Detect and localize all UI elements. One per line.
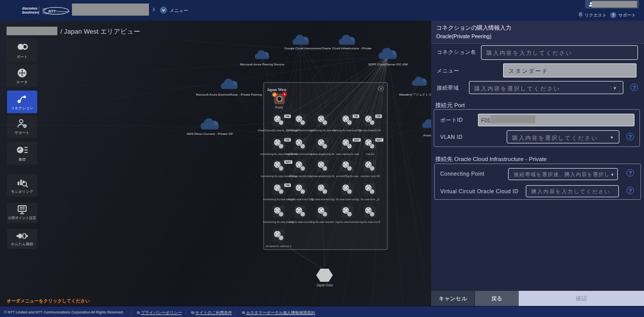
svg-text:-fic-osa-uno-_|1: -fic-osa-uno-_|1 xyxy=(360,198,379,201)
svg-text:SDPF Cloud/Server FIC-GW: SDPF Cloud/Server FIC-GW xyxy=(368,62,408,66)
svg-text:-osa-niaring-fic-osa: -osa-niaring-fic-osa xyxy=(335,152,359,155)
svg-text:Japan West: Japan West xyxy=(267,87,287,92)
svg-text:monitoring-fic-osa-mo: monitoring-fic-osa-mo xyxy=(309,129,336,132)
svg-text:NAT: NAT xyxy=(286,161,291,164)
svg-text:3c-osa-cfwa03-04: 3c-osa-cfwa03-04 xyxy=(359,129,381,132)
svg-text:FW: FW xyxy=(285,115,289,118)
svg-text:NTT: NTT xyxy=(48,9,56,14)
svg-text:Japan East: Japan East xyxy=(316,283,333,287)
svg-text:-fic-osa-monitoring-f: -fic-osa-monitoring-f xyxy=(288,175,313,178)
svg-text:FW: FW xyxy=(376,115,380,118)
svg-text:ing-fic-osa-moninto: ing-fic-osa-moninto xyxy=(336,220,359,223)
svg-text:Arcsto: Arcsto xyxy=(423,133,431,137)
svg-text:Microsoft Azure Peering Servic: Microsoft Azure Peering Service xyxy=(240,62,285,66)
svg-text:Wasabiオブジェクトスト: Wasabiオブジェクトスト xyxy=(399,93,431,97)
svg-text:-fic-osa-mon-unc0g: -fic-osa-mon-unc0g xyxy=(335,198,359,201)
svg-text:AWS Direct Connect - Private V: AWS Direct Connect - Private VIF xyxy=(187,132,233,135)
svg-text:Microsoft Azure ExpressRoute -: Microsoft Azure ExpressRoute - Private P… xyxy=(196,93,262,96)
svg-text:ring-fic-osa-mon-10g: ring-fic-osa-mon-10g xyxy=(288,198,313,201)
svg-text:NAT: NAT xyxy=(377,138,382,141)
svg-text:NAT: NAT xyxy=(354,138,360,141)
svg-text:ing-fic-osa-uno-5: ing-fic-osa-uno-5 xyxy=(359,220,380,223)
svg-text:ic-osa-angitoring-fic: ic-osa-angitoring-fic xyxy=(310,152,335,155)
svg-text:-fic-osa-monitor10g: -fic-osa-monitor10g xyxy=(310,198,334,201)
svg-text:ing-fic-osa-monitor: ing-fic-osa-monitor xyxy=(311,220,334,223)
svg-text:FW: FW xyxy=(285,138,289,141)
svg-text:ic-osa-angitoring-fic: ic-osa-angitoring-fic xyxy=(310,175,335,178)
svg-text:-nat-02: -nat-02 xyxy=(365,152,374,155)
svg-text:FW: FW xyxy=(354,115,358,118)
svg-text:nitoring-fic-osacfwa03-p: nitoring-fic-osacfwa03-p xyxy=(333,129,362,132)
svg-text:Oracle Cloud Infrastructure -: Oracle Cloud Infrastructure - Private xyxy=(321,46,372,50)
svg-text:ort-area-fic-osa-ecl-1: ort-area-fic-osa-ecl-1 xyxy=(266,245,291,248)
svg-text:Google Cloud Interconnect: Google Cloud Interconnect xyxy=(284,46,321,50)
svg-text:FW: FW xyxy=(285,184,289,187)
svg-text:a-mon05ig-fic-osa: a-mon05ig-fic-osa xyxy=(336,175,359,178)
svg-text:-monitor-uno-09: -monitor-uno-09 xyxy=(360,175,379,178)
svg-text:Ports: Ports xyxy=(275,106,283,109)
svg-text:Communications: Communications xyxy=(56,10,69,13)
svg-text:ring-fic-osa-monito: ring-fic-osa-monito xyxy=(289,220,312,223)
